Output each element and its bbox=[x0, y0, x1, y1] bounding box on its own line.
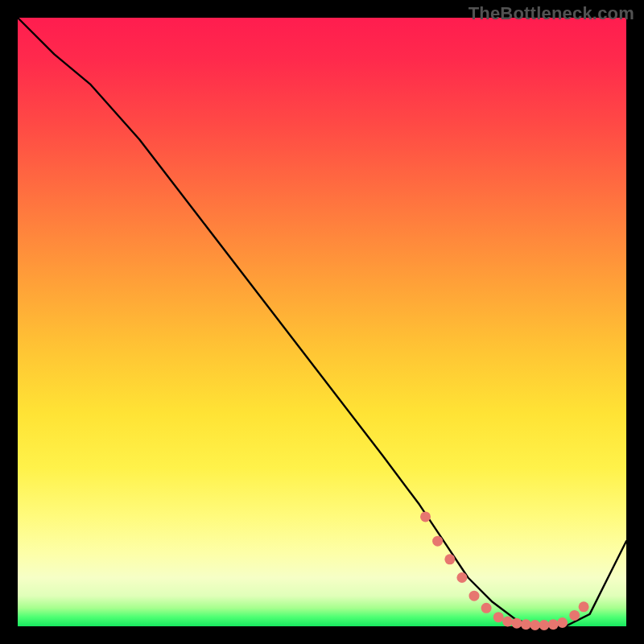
trough-dot bbox=[530, 620, 540, 630]
trough-dot bbox=[469, 591, 480, 601]
trough-dot bbox=[444, 554, 455, 564]
trough-dot bbox=[579, 601, 589, 612]
trough-dot bbox=[548, 619, 559, 630]
trough-dot bbox=[569, 610, 580, 621]
gradient-plot-area bbox=[18, 18, 626, 626]
bottleneck-curve bbox=[18, 18, 626, 626]
trough-dot bbox=[493, 612, 504, 622]
trough-dot bbox=[420, 511, 431, 522]
trough-dot bbox=[456, 572, 467, 583]
chart-stage: TheBottleneck.com bbox=[0, 0, 644, 644]
trough-dots bbox=[420, 511, 589, 630]
curve-layer bbox=[18, 18, 626, 626]
trough-dot bbox=[521, 619, 531, 630]
trough-dot bbox=[481, 603, 492, 613]
trough-dot bbox=[432, 536, 443, 547]
watermark-text: TheBottleneck.com bbox=[469, 3, 634, 24]
trough-dot bbox=[557, 617, 568, 628]
trough-dot bbox=[539, 620, 549, 630]
trough-dot bbox=[502, 617, 513, 627]
trough-dot bbox=[511, 618, 522, 629]
